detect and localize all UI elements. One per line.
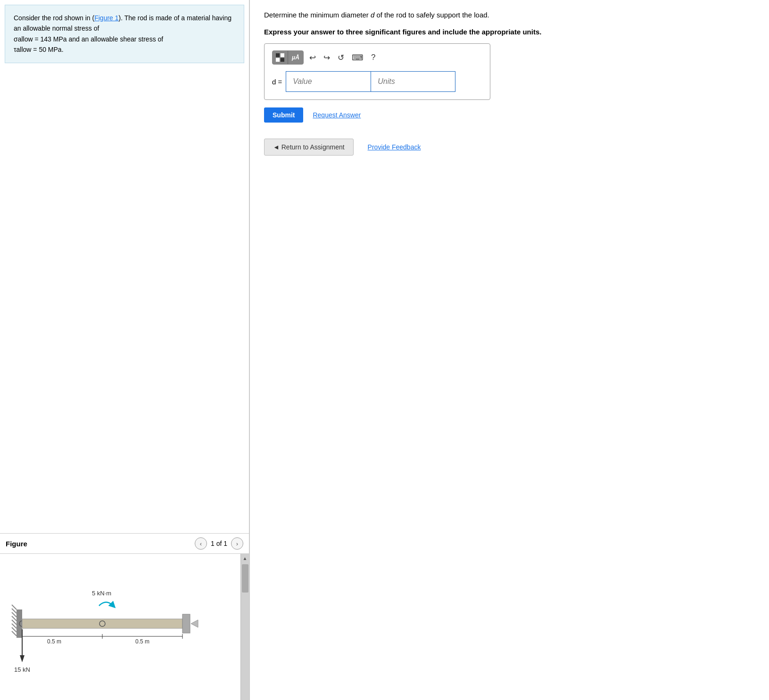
moment-label: 5 kN·m: [92, 590, 111, 597]
moment-arrow: [99, 602, 113, 606]
figure-nav: ‹ 1 of 1 ›: [195, 537, 243, 550]
mu-button[interactable]: μÅ: [288, 51, 303, 64]
right-arrow: [191, 620, 198, 627]
dist1-label: 0.5 m: [47, 638, 61, 645]
tau-line: τallow = 50 MPa.: [14, 46, 64, 53]
figure-diagram: 5 kN·m 15 kN 0.5 m 0.5 m: [0, 554, 240, 700]
grid-icon: [276, 53, 284, 62]
d-label: d =: [272, 78, 282, 86]
toolbar-icon-group: μÅ: [272, 50, 304, 65]
figure-header: Figure ‹ 1 of 1 ›: [0, 534, 249, 554]
refresh-button[interactable]: ↺: [336, 52, 346, 64]
answer-box: μÅ ↩ ↪ ↺ ⌨ ? d =: [264, 43, 490, 100]
figure-nav-text: 1 of 1: [211, 540, 227, 547]
redo-button[interactable]: ↪: [322, 52, 332, 64]
instruction-text: Express your answer to three significant…: [264, 26, 755, 38]
force-label: 15 kN: [14, 666, 30, 673]
provide-feedback-link[interactable]: Provide Feedback: [368, 143, 421, 151]
figure-content: 5 kN·m 15 kN 0.5 m 0.5 m: [0, 554, 240, 700]
left-panel: Consider the rod shown in (Figure 1). Th…: [0, 0, 250, 700]
spacer: [0, 63, 249, 533]
value-input[interactable]: [286, 71, 371, 92]
action-row: Submit Request Answer: [264, 107, 755, 123]
grid-icon-button[interactable]: [273, 51, 288, 64]
figure-prev-button[interactable]: ‹: [195, 537, 207, 550]
toolbar: μÅ ↩ ↪ ↺ ⌨ ?: [272, 50, 482, 65]
right-panel: Determine the minimum diameter d of the …: [250, 0, 769, 700]
figure-next-button[interactable]: ›: [231, 537, 243, 550]
scroll-up-arrow[interactable]: ▲: [243, 555, 248, 562]
force-arrowhead: [20, 655, 25, 662]
units-input[interactable]: [371, 71, 455, 92]
return-to-assignment-button[interactable]: ◄ Return to Assignment: [264, 139, 354, 156]
figure-section: Figure ‹ 1 of 1 ›: [0, 533, 249, 700]
figure-scrollbar[interactable]: ▲: [240, 554, 249, 700]
scrollbar-thumb[interactable]: [242, 564, 248, 593]
dist2-label: 0.5 m: [135, 638, 149, 645]
input-row: d =: [272, 71, 482, 92]
bottom-row: ◄ Return to Assignment Provide Feedback: [264, 139, 755, 156]
question-text: Determine the minimum diameter d of the …: [264, 9, 755, 21]
figure-title: Figure: [6, 540, 27, 548]
problem-text-before: Consider the rod shown in (: [14, 14, 94, 22]
help-button[interactable]: ?: [369, 52, 377, 63]
figure-wrapper: 5 kN·m 15 kN 0.5 m 0.5 m: [0, 554, 249, 700]
undo-button[interactable]: ↩: [307, 52, 318, 64]
submit-button[interactable]: Submit: [264, 107, 303, 123]
end-cap: [182, 614, 190, 633]
rod-body: [22, 619, 182, 628]
figure-link[interactable]: Figure 1: [94, 14, 118, 22]
sigma-line: σallow = 143 MPa and an allowable shear …: [14, 35, 163, 43]
request-answer-link[interactable]: Request Answer: [313, 111, 361, 119]
problem-statement: Consider the rod shown in (Figure 1). Th…: [5, 5, 244, 63]
keyboard-button[interactable]: ⌨: [350, 52, 365, 64]
